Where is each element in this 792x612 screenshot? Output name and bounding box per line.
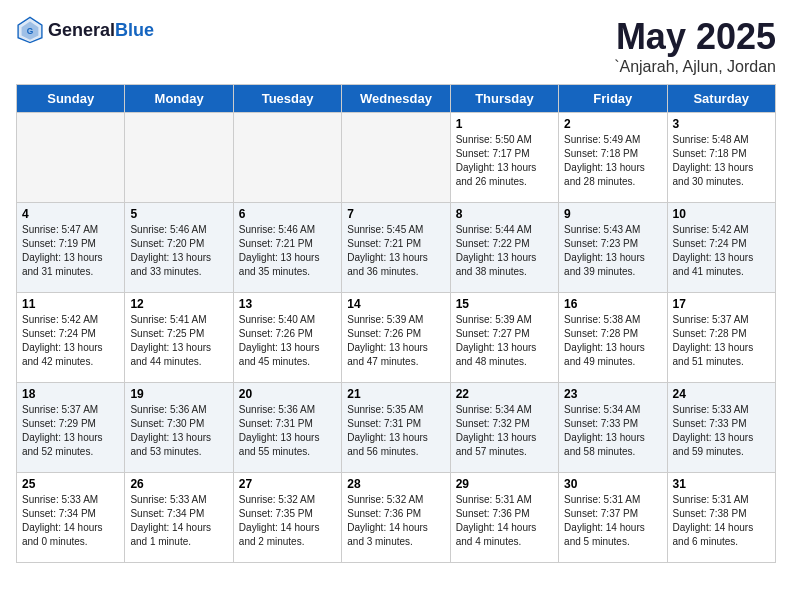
calendar-day-cell: 18Sunrise: 5:37 AM Sunset: 7:29 PM Dayli… bbox=[17, 383, 125, 473]
calendar-day-cell: 28Sunrise: 5:32 AM Sunset: 7:36 PM Dayli… bbox=[342, 473, 450, 563]
day-number: 11 bbox=[22, 297, 119, 311]
day-number: 1 bbox=[456, 117, 553, 131]
weekday-header-tuesday: Tuesday bbox=[233, 85, 341, 113]
day-detail: Sunrise: 5:50 AM Sunset: 7:17 PM Dayligh… bbox=[456, 133, 553, 189]
calendar-day-cell: 3Sunrise: 5:48 AM Sunset: 7:18 PM Daylig… bbox=[667, 113, 775, 203]
day-number: 31 bbox=[673, 477, 770, 491]
day-number: 28 bbox=[347, 477, 444, 491]
calendar-day-cell: 22Sunrise: 5:34 AM Sunset: 7:32 PM Dayli… bbox=[450, 383, 558, 473]
calendar-day-cell: 6Sunrise: 5:46 AM Sunset: 7:21 PM Daylig… bbox=[233, 203, 341, 293]
calendar-day-cell: 14Sunrise: 5:39 AM Sunset: 7:26 PM Dayli… bbox=[342, 293, 450, 383]
calendar-day-cell: 26Sunrise: 5:33 AM Sunset: 7:34 PM Dayli… bbox=[125, 473, 233, 563]
calendar-day-cell bbox=[342, 113, 450, 203]
day-detail: Sunrise: 5:36 AM Sunset: 7:30 PM Dayligh… bbox=[130, 403, 227, 459]
day-number: 17 bbox=[673, 297, 770, 311]
calendar-week-row: 1Sunrise: 5:50 AM Sunset: 7:17 PM Daylig… bbox=[17, 113, 776, 203]
calendar-day-cell: 21Sunrise: 5:35 AM Sunset: 7:31 PM Dayli… bbox=[342, 383, 450, 473]
day-number: 3 bbox=[673, 117, 770, 131]
logo-general: General bbox=[48, 20, 115, 40]
day-number: 15 bbox=[456, 297, 553, 311]
day-number: 7 bbox=[347, 207, 444, 221]
calendar-day-cell: 17Sunrise: 5:37 AM Sunset: 7:28 PM Dayli… bbox=[667, 293, 775, 383]
day-number: 6 bbox=[239, 207, 336, 221]
calendar-week-row: 11Sunrise: 5:42 AM Sunset: 7:24 PM Dayli… bbox=[17, 293, 776, 383]
calendar-day-cell: 20Sunrise: 5:36 AM Sunset: 7:31 PM Dayli… bbox=[233, 383, 341, 473]
calendar-day-cell: 27Sunrise: 5:32 AM Sunset: 7:35 PM Dayli… bbox=[233, 473, 341, 563]
calendar-day-cell: 7Sunrise: 5:45 AM Sunset: 7:21 PM Daylig… bbox=[342, 203, 450, 293]
day-detail: Sunrise: 5:34 AM Sunset: 7:32 PM Dayligh… bbox=[456, 403, 553, 459]
day-number: 13 bbox=[239, 297, 336, 311]
day-detail: Sunrise: 5:34 AM Sunset: 7:33 PM Dayligh… bbox=[564, 403, 661, 459]
day-detail: Sunrise: 5:49 AM Sunset: 7:18 PM Dayligh… bbox=[564, 133, 661, 189]
day-number: 14 bbox=[347, 297, 444, 311]
calendar-day-cell: 12Sunrise: 5:41 AM Sunset: 7:25 PM Dayli… bbox=[125, 293, 233, 383]
day-number: 27 bbox=[239, 477, 336, 491]
calendar-day-cell: 10Sunrise: 5:42 AM Sunset: 7:24 PM Dayli… bbox=[667, 203, 775, 293]
logo-text: GeneralBlue bbox=[48, 20, 154, 41]
day-detail: Sunrise: 5:31 AM Sunset: 7:37 PM Dayligh… bbox=[564, 493, 661, 549]
calendar-day-cell: 9Sunrise: 5:43 AM Sunset: 7:23 PM Daylig… bbox=[559, 203, 667, 293]
day-number: 8 bbox=[456, 207, 553, 221]
calendar-day-cell: 24Sunrise: 5:33 AM Sunset: 7:33 PM Dayli… bbox=[667, 383, 775, 473]
day-number: 21 bbox=[347, 387, 444, 401]
day-detail: Sunrise: 5:45 AM Sunset: 7:21 PM Dayligh… bbox=[347, 223, 444, 279]
calendar-day-cell: 8Sunrise: 5:44 AM Sunset: 7:22 PM Daylig… bbox=[450, 203, 558, 293]
weekday-header-row: SundayMondayTuesdayWednesdayThursdayFrid… bbox=[17, 85, 776, 113]
day-detail: Sunrise: 5:43 AM Sunset: 7:23 PM Dayligh… bbox=[564, 223, 661, 279]
day-detail: Sunrise: 5:32 AM Sunset: 7:36 PM Dayligh… bbox=[347, 493, 444, 549]
day-detail: Sunrise: 5:38 AM Sunset: 7:28 PM Dayligh… bbox=[564, 313, 661, 369]
weekday-header-monday: Monday bbox=[125, 85, 233, 113]
calendar-day-cell: 25Sunrise: 5:33 AM Sunset: 7:34 PM Dayli… bbox=[17, 473, 125, 563]
day-detail: Sunrise: 5:40 AM Sunset: 7:26 PM Dayligh… bbox=[239, 313, 336, 369]
day-number: 26 bbox=[130, 477, 227, 491]
logo: G GeneralBlue bbox=[16, 16, 154, 44]
weekday-header-thursday: Thursday bbox=[450, 85, 558, 113]
day-detail: Sunrise: 5:39 AM Sunset: 7:26 PM Dayligh… bbox=[347, 313, 444, 369]
weekday-header-wednesday: Wednesday bbox=[342, 85, 450, 113]
day-detail: Sunrise: 5:47 AM Sunset: 7:19 PM Dayligh… bbox=[22, 223, 119, 279]
day-number: 22 bbox=[456, 387, 553, 401]
day-number: 30 bbox=[564, 477, 661, 491]
day-detail: Sunrise: 5:48 AM Sunset: 7:18 PM Dayligh… bbox=[673, 133, 770, 189]
weekday-header-saturday: Saturday bbox=[667, 85, 775, 113]
day-number: 16 bbox=[564, 297, 661, 311]
logo-icon: G bbox=[16, 16, 44, 44]
day-number: 19 bbox=[130, 387, 227, 401]
calendar-day-cell: 4Sunrise: 5:47 AM Sunset: 7:19 PM Daylig… bbox=[17, 203, 125, 293]
day-number: 25 bbox=[22, 477, 119, 491]
calendar-title: May 2025 bbox=[614, 16, 776, 58]
day-number: 10 bbox=[673, 207, 770, 221]
day-detail: Sunrise: 5:37 AM Sunset: 7:28 PM Dayligh… bbox=[673, 313, 770, 369]
calendar-day-cell: 11Sunrise: 5:42 AM Sunset: 7:24 PM Dayli… bbox=[17, 293, 125, 383]
day-detail: Sunrise: 5:33 AM Sunset: 7:34 PM Dayligh… bbox=[130, 493, 227, 549]
calendar-day-cell: 15Sunrise: 5:39 AM Sunset: 7:27 PM Dayli… bbox=[450, 293, 558, 383]
calendar-day-cell: 16Sunrise: 5:38 AM Sunset: 7:28 PM Dayli… bbox=[559, 293, 667, 383]
page-header: G GeneralBlue May 2025 `Anjarah, Ajlun, … bbox=[16, 16, 776, 76]
calendar-day-cell: 19Sunrise: 5:36 AM Sunset: 7:30 PM Dayli… bbox=[125, 383, 233, 473]
day-number: 5 bbox=[130, 207, 227, 221]
day-detail: Sunrise: 5:42 AM Sunset: 7:24 PM Dayligh… bbox=[22, 313, 119, 369]
day-detail: Sunrise: 5:31 AM Sunset: 7:36 PM Dayligh… bbox=[456, 493, 553, 549]
calendar-day-cell: 29Sunrise: 5:31 AM Sunset: 7:36 PM Dayli… bbox=[450, 473, 558, 563]
day-number: 18 bbox=[22, 387, 119, 401]
day-number: 24 bbox=[673, 387, 770, 401]
calendar-day-cell: 5Sunrise: 5:46 AM Sunset: 7:20 PM Daylig… bbox=[125, 203, 233, 293]
day-detail: Sunrise: 5:36 AM Sunset: 7:31 PM Dayligh… bbox=[239, 403, 336, 459]
calendar-day-cell: 13Sunrise: 5:40 AM Sunset: 7:26 PM Dayli… bbox=[233, 293, 341, 383]
calendar-day-cell bbox=[233, 113, 341, 203]
day-number: 4 bbox=[22, 207, 119, 221]
day-detail: Sunrise: 5:35 AM Sunset: 7:31 PM Dayligh… bbox=[347, 403, 444, 459]
day-number: 29 bbox=[456, 477, 553, 491]
day-detail: Sunrise: 5:32 AM Sunset: 7:35 PM Dayligh… bbox=[239, 493, 336, 549]
svg-text:G: G bbox=[27, 26, 34, 36]
day-detail: Sunrise: 5:42 AM Sunset: 7:24 PM Dayligh… bbox=[673, 223, 770, 279]
day-number: 2 bbox=[564, 117, 661, 131]
calendar-day-cell: 23Sunrise: 5:34 AM Sunset: 7:33 PM Dayli… bbox=[559, 383, 667, 473]
day-detail: Sunrise: 5:33 AM Sunset: 7:33 PM Dayligh… bbox=[673, 403, 770, 459]
calendar-day-cell: 1Sunrise: 5:50 AM Sunset: 7:17 PM Daylig… bbox=[450, 113, 558, 203]
weekday-header-friday: Friday bbox=[559, 85, 667, 113]
day-detail: Sunrise: 5:39 AM Sunset: 7:27 PM Dayligh… bbox=[456, 313, 553, 369]
title-block: May 2025 `Anjarah, Ajlun, Jordan bbox=[614, 16, 776, 76]
day-detail: Sunrise: 5:31 AM Sunset: 7:38 PM Dayligh… bbox=[673, 493, 770, 549]
day-number: 20 bbox=[239, 387, 336, 401]
